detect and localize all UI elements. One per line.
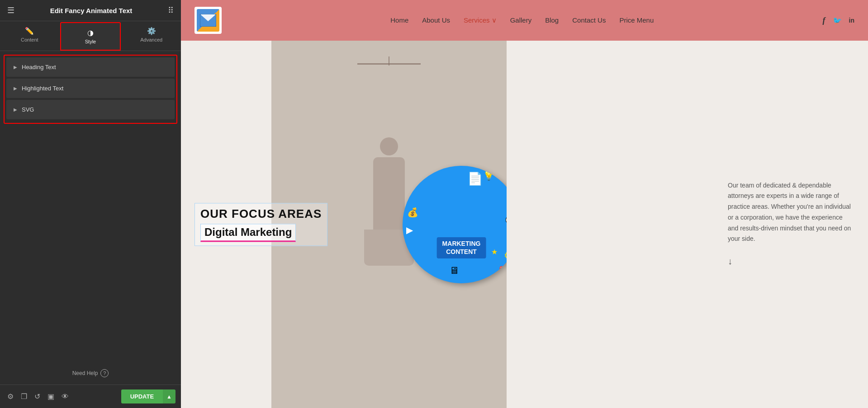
site-content: OUR FOCUS AREAS Digital Marketing (181, 41, 868, 408)
marketing-circle: 📄 💡 💰 ▶ 💬 🔍 🖥 📢 ⚙ ★ (403, 166, 507, 283)
scroll-down-arrow: ↓ (728, 253, 854, 269)
panel-header: ☰ Edit Fancy Animated Text ⠿ (0, 0, 181, 21)
sections-highlight-box: ▶ Heading Text ▶ Highlighted Text ▶ SVG (4, 55, 177, 124)
preview-panel: ◀ Home About Us Services ∨ Gallery Blog … (181, 0, 868, 408)
marketing-label: MARKETING CONTENT (437, 237, 486, 258)
panel-title: Edit Fancy Animated Text (50, 7, 133, 14)
nav-blog[interactable]: Blog (545, 16, 559, 24)
tab-content[interactable]: ✏️ Content (0, 21, 59, 51)
site-navbar: Home About Us Services ∨ Gallery Blog Co… (181, 0, 868, 41)
help-icon[interactable]: ? (100, 369, 109, 377)
tab-content-label: Content (21, 37, 38, 42)
tab-advanced-label: Advanced (140, 37, 162, 42)
nav-home[interactable]: Home (390, 16, 408, 24)
logo-envelope-icon (200, 14, 216, 27)
logo-image (197, 9, 219, 32)
section-highlighted-text[interactable]: ▶ Highlighted Text (6, 79, 175, 98)
history-icon[interactable]: ↺ (33, 390, 42, 403)
need-help-label: Need Help (72, 370, 98, 376)
nav-services[interactable]: Services ∨ (464, 16, 497, 24)
section-arrow-svg: ▶ (14, 107, 17, 112)
layers-icon[interactable]: ❐ (19, 390, 29, 403)
update-dropdown-button[interactable]: ▲ (163, 389, 175, 403)
content-icon: ✏️ (25, 27, 34, 35)
update-button-group: UPDATE ▲ (121, 389, 175, 403)
hero-right-text: Our team of dedicated & dependable attor… (728, 180, 854, 269)
preview-icon[interactable]: 👁 (60, 391, 71, 403)
nav-social: f 🐦 in (823, 16, 854, 25)
hamburger-icon[interactable]: ☰ (7, 5, 14, 15)
linkedin-icon[interactable]: in (849, 17, 854, 24)
hero-heading: OUR FOCUS AREAS (200, 207, 322, 221)
site-logo (194, 7, 222, 34)
marketing-label-line2: CONTENT (446, 248, 477, 255)
settings-icon[interactable]: ⚙ (5, 390, 15, 403)
hero-body-text: Our team of dedicated & dependable attor… (728, 180, 854, 244)
nav-links: Home About Us Services ∨ Gallery Blog Co… (390, 16, 654, 24)
tab-style-label: Style (85, 39, 96, 44)
grid-icon[interactable]: ⠿ (168, 5, 174, 15)
hero-text-block: OUR FOCUS AREAS Digital Marketing (194, 203, 327, 246)
section-highlighted-label: Highlighted Text (22, 85, 63, 92)
style-icon: ◑ (87, 28, 94, 37)
tab-style[interactable]: ◑ Style (60, 22, 121, 51)
section-arrow-highlighted: ▶ (14, 86, 17, 91)
facebook-icon[interactable]: f (823, 16, 825, 25)
tab-advanced[interactable]: ⚙️ Advanced (122, 21, 181, 51)
marketing-label-line1: MARKETING (442, 240, 481, 247)
section-svg-label: SVG (22, 106, 34, 113)
advanced-icon: ⚙️ (147, 27, 156, 35)
responsive-icon[interactable]: ▣ (46, 390, 56, 403)
nav-gallery[interactable]: Gallery (510, 16, 532, 24)
section-arrow-heading: ▶ (14, 65, 17, 70)
need-help-section[interactable]: Need Help ? (0, 362, 181, 385)
hero-highlighted: Digital Marketing (200, 224, 296, 242)
panel-tabs: ✏️ Content ◑ Style ⚙️ Advanced (0, 21, 181, 51)
section-heading-label: Heading Text (22, 64, 56, 70)
update-button[interactable]: UPDATE (121, 389, 163, 403)
nav-price[interactable]: Price Menu (619, 16, 654, 24)
section-svg[interactable]: ▶ SVG (6, 100, 175, 119)
section-heading-text[interactable]: ▶ Heading Text (6, 57, 175, 77)
section-list: ▶ Heading Text ▶ Highlighted Text ▶ SVG (0, 51, 181, 362)
nav-about[interactable]: About Us (422, 16, 450, 24)
twitter-icon[interactable]: 🐦 (833, 16, 842, 25)
editor-panel: ☰ Edit Fancy Animated Text ⠿ ✏️ Content … (0, 0, 181, 408)
panel-footer: ⚙ ❐ ↺ ▣ 👁 UPDATE ▲ (0, 385, 181, 408)
hero-section: OUR FOCUS AREAS Digital Marketing (181, 41, 868, 408)
nav-contact[interactable]: Contact Us (572, 16, 606, 24)
